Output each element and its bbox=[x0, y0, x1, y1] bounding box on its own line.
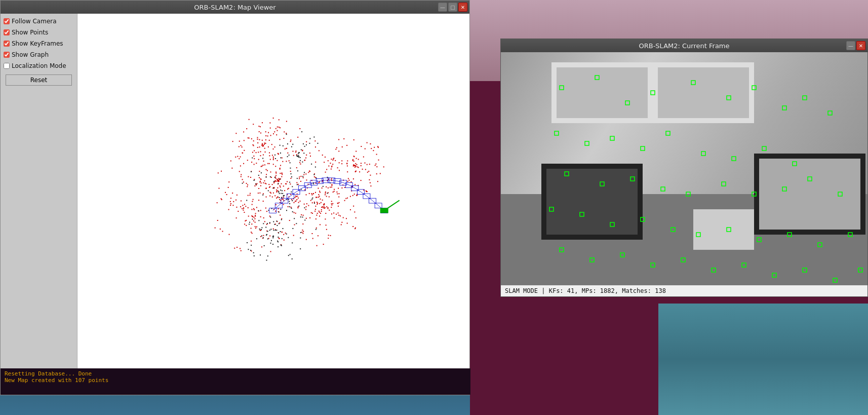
follow-camera-label: Follow Camera bbox=[12, 18, 57, 25]
localization-mode-label: Localization Mode bbox=[12, 62, 66, 69]
show-keyframes-checkbox[interactable] bbox=[4, 41, 10, 47]
map-viewer-minimize-button[interactable]: — bbox=[438, 3, 447, 12]
localization-mode-row[interactable]: Localization Mode bbox=[2, 60, 76, 71]
map-canvas[interactable] bbox=[77, 14, 469, 395]
current-frame-close-button[interactable]: ✕ bbox=[856, 41, 865, 50]
show-graph-row[interactable]: Show Graph bbox=[2, 49, 76, 60]
show-keyframes-label: Show KeyFrames bbox=[12, 40, 63, 47]
show-graph-label: Show Graph bbox=[12, 51, 49, 58]
current-frame-minimize-button[interactable]: — bbox=[846, 41, 855, 50]
show-graph-checkbox[interactable] bbox=[4, 52, 10, 58]
follow-camera-checkbox[interactable] bbox=[4, 18, 10, 24]
sidebar-spacer bbox=[2, 89, 76, 373]
show-points-row[interactable]: Show Points bbox=[2, 27, 76, 38]
map-viewer-body: Follow Camera Show Points Show KeyFrames… bbox=[1, 14, 469, 395]
map-viewer-title: ORB-SLAM2: Map Viewer bbox=[194, 4, 275, 11]
show-points-label: Show Points bbox=[12, 29, 48, 36]
frame-canvas bbox=[501, 52, 867, 285]
show-points-checkbox[interactable] bbox=[4, 29, 10, 35]
current-frame-title: ORB-SLAM2: Current Frame bbox=[639, 42, 729, 50]
current-frame-titlebar: ORB-SLAM2: Current Frame — ✕ bbox=[501, 39, 867, 52]
map-viewer-controls: — □ ✕ bbox=[438, 3, 467, 12]
follow-camera-row[interactable]: Follow Camera bbox=[2, 16, 76, 27]
current-frame-window: ORB-SLAM2: Current Frame — ✕ SLAM MODE |… bbox=[500, 39, 868, 297]
current-frame-controls: — ✕ bbox=[846, 41, 865, 50]
map-viewer-sidebar: Follow Camera Show Points Show KeyFrames… bbox=[1, 14, 77, 395]
terminal-line-1: Resetting Database... Done bbox=[5, 370, 466, 377]
reset-button[interactable]: Reset bbox=[6, 74, 72, 86]
frame-status-bar: SLAM MODE | KFs: 41, MPs: 1882, Matches:… bbox=[501, 285, 867, 296]
map-viewer-maximize-button[interactable]: □ bbox=[448, 3, 457, 12]
map-viewer-titlebar: ORB-SLAM2: Map Viewer — □ ✕ bbox=[1, 1, 469, 14]
frame-display bbox=[501, 52, 867, 285]
map-viewer-window: ORB-SLAM2: Map Viewer — □ ✕ Follow Camer… bbox=[0, 0, 470, 395]
localization-mode-checkbox[interactable] bbox=[4, 63, 10, 69]
ocean-bg bbox=[658, 304, 868, 415]
map-viewer-close-button[interactable]: ✕ bbox=[458, 3, 467, 12]
map-canvas-element bbox=[77, 14, 469, 395]
terminal-strip: Resetting Database... Done New Map creat… bbox=[1, 368, 470, 395]
show-keyframes-row[interactable]: Show KeyFrames bbox=[2, 38, 76, 49]
terminal-line-2: New Map created with 107 points bbox=[5, 377, 466, 384]
frame-status-text: SLAM MODE | KFs: 41, MPs: 1882, Matches:… bbox=[505, 287, 666, 294]
